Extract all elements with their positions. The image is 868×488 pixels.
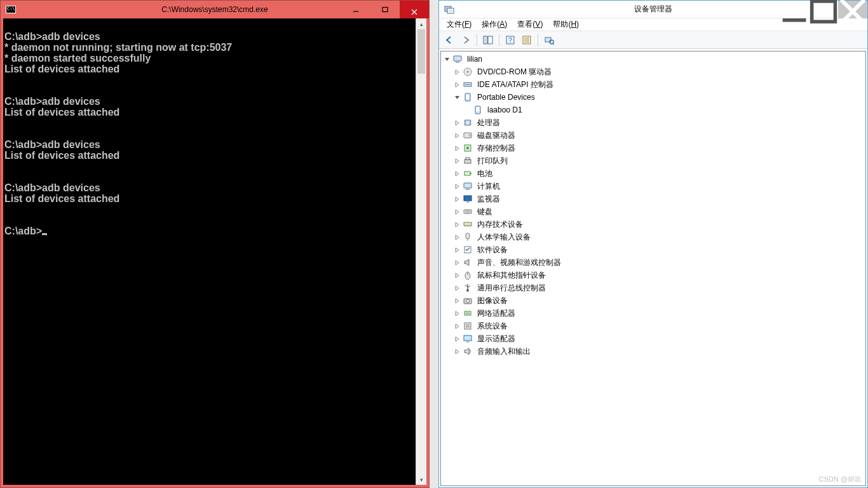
tree-memory-tech[interactable]: 内存技术设备: [441, 218, 865, 231]
dm-toolbar: ?: [439, 31, 867, 49]
tree-node-label: laaboo D1: [485, 105, 524, 115]
tree-ide-atapi[interactable]: IDE ATA/ATAPI 控制器: [441, 78, 865, 91]
usb-icon: [463, 283, 473, 293]
background-strip: [430, 0, 438, 488]
expand-icon[interactable]: [454, 336, 463, 342]
portable-icon: [473, 105, 483, 115]
collapse-icon[interactable]: [454, 94, 463, 101]
toolbar-show-hide-tree-button[interactable]: [480, 32, 496, 48]
expand-icon[interactable]: [454, 119, 463, 126]
tree-imaging-devices[interactable]: 图像设备: [441, 294, 865, 307]
tree-node-label: 内存技术设备: [475, 219, 525, 231]
tree-audio-io[interactable]: 音频输入和输出: [441, 345, 865, 358]
tree-dvd-cdrom[interactable]: DVD/CD-ROM 驱动器: [441, 65, 865, 78]
expand-icon[interactable]: [454, 196, 463, 203]
tree-usb-controllers[interactable]: 通用串行总线控制器: [441, 281, 865, 294]
tree-monitors[interactable]: 监视器: [441, 193, 865, 205]
expand-icon[interactable]: [454, 208, 463, 215]
tree-node-label: 人体学输入设备: [475, 231, 532, 243]
expand-icon[interactable]: [454, 234, 463, 241]
menu-view[interactable]: 查看(V): [512, 18, 548, 31]
toolbar-help-button[interactable]: ?: [503, 32, 518, 48]
tree-node-label: IDE ATA/ATAPI 控制器: [475, 79, 555, 91]
tree-node-label: DVD/CD-ROM 驱动器: [475, 66, 553, 78]
expand-icon[interactable]: [454, 259, 463, 266]
tree-node-label: 打印队列: [475, 155, 510, 167]
device-tree[interactable]: lilianDVD/CD-ROM 驱动器IDE ATA/ATAPI 控制器Por…: [440, 51, 866, 486]
expand-icon[interactable]: [454, 81, 463, 88]
expand-icon[interactable]: [454, 132, 463, 139]
scroll-thumb[interactable]: [417, 29, 425, 74]
expand-icon[interactable]: [454, 297, 463, 304]
tree-batteries[interactable]: 电池: [441, 167, 865, 180]
tree-node-label: 显示适配器: [475, 333, 517, 345]
expand-icon[interactable]: [454, 69, 463, 76]
svg-point-38: [468, 134, 471, 137]
menu-help[interactable]: 帮助(H): [548, 18, 584, 31]
cmd-maximize-button[interactable]: [370, 1, 400, 18]
expand-icon[interactable]: [454, 145, 463, 152]
tree-keyboards[interactable]: 键盘: [441, 205, 865, 218]
expand-icon[interactable]: [454, 170, 463, 177]
audio-icon: [463, 257, 473, 268]
monitor-icon: [463, 194, 473, 204]
imaging-icon: [463, 295, 473, 306]
expand-icon[interactable]: [454, 323, 463, 330]
menu-action[interactable]: 操作(A): [477, 18, 512, 31]
tree-hid[interactable]: 人体学输入设备: [441, 231, 865, 243]
tree-node-label: 网络适配器: [475, 308, 517, 320]
cmd-scrollbar[interactable]: ▴ ▾: [416, 18, 426, 485]
device-manager-window: 设备管理器 文件(F) 操作(A) 查看(V) 帮助(H) ? lili: [438, 0, 868, 488]
dm-window-title: 设备管理器: [439, 4, 867, 15]
expand-icon[interactable]: [454, 183, 463, 190]
tree-root-computer[interactable]: lilian: [441, 53, 865, 65]
display-icon: [463, 334, 473, 344]
toolbar-scan-hardware-button[interactable]: [541, 32, 557, 48]
expand-icon[interactable]: [454, 158, 463, 165]
cmd-titlebar[interactable]: C:\Windows\system32\cmd.exe: [1, 1, 429, 18]
dm-titlebar[interactable]: 设备管理器: [439, 1, 867, 18]
expand-icon[interactable]: [454, 221, 463, 228]
tree-node-label: 音频输入和输出: [475, 346, 532, 358]
scroll-up-arrow-icon[interactable]: ▴: [416, 18, 426, 29]
svg-point-40: [466, 147, 469, 149]
collapse-icon[interactable]: [444, 56, 452, 63]
expand-icon[interactable]: [454, 348, 463, 355]
cmd-output-area[interactable]: C:\adb>adb devices * daemon not running;…: [3, 18, 416, 485]
tree-network-adapters[interactable]: 网络适配器: [441, 307, 865, 320]
tree-node-label: 存储控制器: [475, 142, 517, 154]
toolbar-properties-button[interactable]: [519, 32, 534, 48]
expand-icon[interactable]: [454, 272, 463, 279]
toolbar-back-button[interactable]: [442, 32, 457, 48]
toolbar-separator: [477, 34, 477, 46]
cmd-close-button[interactable]: [400, 1, 429, 18]
tree-system-devices[interactable]: 系统设备: [441, 320, 865, 332]
tree-print-queues[interactable]: 打印队列: [441, 154, 865, 167]
battery-icon: [463, 168, 473, 179]
ide-icon: [463, 79, 473, 90]
svg-rect-48: [466, 201, 469, 203]
tree-disk-drives[interactable]: 磁盘驱动器: [441, 129, 865, 142]
tree-node-label: 监视器: [475, 193, 502, 205]
tree-node-label: 鼠标和其他指针设备: [475, 269, 548, 281]
cmd-minimize-button[interactable]: [341, 1, 370, 18]
toolbar-separator: [538, 34, 538, 46]
toolbar-forward-button[interactable]: [458, 32, 473, 48]
tree-node-label: 磁盘驱动器: [475, 130, 517, 142]
tree-sound-video-game[interactable]: 声音、视频和游戏控制器: [441, 256, 865, 269]
tree-portable-devices[interactable]: Portable Devices: [441, 91, 865, 104]
svg-rect-41: [465, 159, 471, 163]
expand-icon[interactable]: [454, 285, 463, 292]
expand-icon[interactable]: [454, 247, 463, 254]
tree-node-label: 计算机: [475, 180, 502, 193]
tree-device-laaboo-d1[interactable]: laaboo D1: [441, 104, 865, 116]
tree-processors[interactable]: 处理器: [441, 116, 865, 129]
scroll-down-arrow-icon[interactable]: ▾: [416, 474, 426, 485]
expand-icon[interactable]: [454, 310, 463, 317]
tree-storage-controllers[interactable]: 存储控制器: [441, 142, 865, 154]
tree-software-devices[interactable]: 软件设备: [441, 243, 865, 256]
menu-file[interactable]: 文件(F): [442, 18, 477, 31]
tree-mice-pointing[interactable]: 鼠标和其他指针设备: [441, 269, 865, 281]
tree-computer-category[interactable]: 计算机: [441, 180, 865, 193]
tree-display-adapters[interactable]: 显示适配器: [441, 332, 865, 345]
